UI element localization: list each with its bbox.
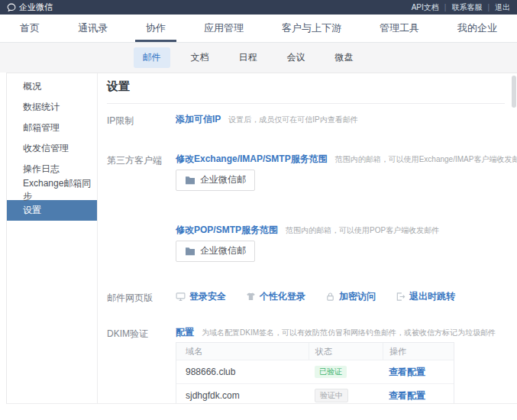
section-label: 第三方客户端 — [107, 153, 176, 262]
tab-drive[interactable]: 微盘 — [326, 47, 363, 68]
dkim-desc: 为域名配置DKIM签名，可以有效防范仿冒和网络钓鱼邮件，或被收信方标记为垃圾邮件 — [202, 328, 496, 338]
dkim-config-link[interactable]: 配置 — [176, 326, 194, 339]
sidebar-item-settings[interactable]: 设置 — [7, 200, 97, 221]
lock-icon — [325, 292, 335, 302]
logout-redirect-link[interactable]: 退出时跳转 — [396, 290, 455, 303]
contact-support-link[interactable]: 联系客服 — [451, 2, 482, 13]
status-badge: 已验证 — [315, 366, 347, 378]
section-third-party-clients: 第三方客户端 修改Exchange/IMAP/SMTP服务范围 范围内的邮箱，可… — [107, 153, 506, 262]
sidebar: 概况 数据统计 邮箱管理 收发信管理 操作日志 Exchange邮箱同步 设置 — [7, 73, 98, 403]
nav-label: 我的企业 — [457, 21, 497, 35]
separator: | — [487, 3, 490, 11]
section-label: DKIM验证 — [107, 326, 176, 403]
monitor-icon — [176, 292, 186, 302]
view-config-link[interactable]: 查看配置 — [389, 367, 425, 377]
topbar-links: API文档 | 联系客服 | 退出 — [412, 2, 510, 13]
nav-label: 客户与上下游 — [282, 21, 341, 35]
header-status: 状态 — [309, 343, 383, 360]
divider — [107, 103, 505, 104]
primary-nav: 首页 通讯录 协作 应用管理 客户与上下游 管理工具 我的企业 — [0, 15, 517, 43]
view-config-link[interactable]: 查看配置 — [389, 390, 425, 401]
sidebar-item-mailbox-management[interactable]: 邮箱管理 — [7, 118, 97, 138]
nav-label: 首页 — [20, 21, 40, 35]
status-badge: 验证中 — [315, 389, 348, 402]
link-label: 退出时跳转 — [409, 290, 455, 303]
nav-item-contacts[interactable]: 通讯录 — [76, 15, 109, 42]
header-action: 操作 — [383, 343, 454, 360]
exchange-scope-tag: 企业微信邮 — [176, 170, 255, 191]
dkim-table-header: 域名 状态 操作 — [176, 343, 454, 360]
personalized-login-link[interactable]: 个性化登录 — [246, 290, 305, 303]
table-row: 988666.club 已验证 查看配置 — [176, 360, 454, 383]
section-label: 邮件网页版 — [107, 290, 176, 305]
section-ip-restriction: IP限制 添加可信IP 设置后，成员仅可在可信IP内查看邮件 — [107, 113, 506, 128]
page-title: 设置 — [107, 79, 506, 94]
table-row: sjdhgfdk.com 验证中 查看配置 — [176, 383, 454, 403]
topbar: 企业微信 API文档 | 联系客服 | 退出 — [0, 0, 517, 15]
logout-link[interactable]: 退出 — [495, 2, 510, 13]
add-trusted-ip-link[interactable]: 添加可信IP — [176, 113, 221, 126]
link-label: 个性化登录 — [260, 290, 305, 303]
ip-restriction-desc: 设置后，成员仅可在可信IP内查看邮件 — [228, 115, 357, 125]
main-panel: 概况 数据统计 邮箱管理 收发信管理 操作日志 Exchange邮箱同步 设置 … — [6, 73, 517, 404]
sidebar-item-statistics[interactable]: 数据统计 — [7, 97, 97, 118]
tab-meeting[interactable]: 会议 — [278, 47, 315, 68]
nav-label: 通讯录 — [78, 21, 108, 35]
nav-label: 应用管理 — [204, 21, 244, 35]
sidebar-item-send-receive-management[interactable]: 收发信管理 — [7, 138, 97, 159]
chat-bubble-icon — [7, 3, 16, 12]
sidebar-item-overview[interactable]: 概况 — [7, 76, 97, 97]
sub-tabs: 邮件 文档 日程 会议 微盘 — [134, 47, 363, 68]
status-cell: 已验证 — [309, 366, 383, 378]
exit-icon — [396, 292, 406, 302]
exchange-scope-desc: 范围内的邮箱，可以使用Exchange/IMAP客户端收发邮件 — [335, 154, 517, 165]
nav-item-management-tools[interactable]: 管理工具 — [378, 15, 421, 42]
tshirt-icon — [246, 292, 256, 302]
nav-item-apps[interactable]: 应用管理 — [202, 15, 245, 42]
tag-label: 企业微信邮 — [200, 173, 246, 186]
modify-exchange-imap-smtp-link[interactable]: 修改Exchange/IMAP/SMTP服务范围 — [176, 153, 328, 166]
nav-label: 协作 — [146, 21, 166, 35]
pop-scope-tag: 企业微信邮 — [176, 241, 255, 262]
sidebar-item-exchange-sync[interactable]: Exchange邮箱同步 — [7, 179, 97, 200]
action-cell: 查看配置 — [383, 389, 454, 402]
action-cell: 查看配置 — [383, 366, 454, 379]
nav-item-home[interactable]: 首页 — [18, 15, 41, 42]
section-webmail: 邮件网页版 登录安全 个性化登录 — [107, 290, 506, 305]
status-cell: 验证中 — [309, 389, 383, 402]
nav-item-my-company[interactable]: 我的企业 — [456, 15, 499, 42]
separator: | — [444, 3, 447, 11]
modify-pop-smtp-link[interactable]: 修改POP/SMTP服务范围 — [176, 224, 278, 237]
nav-item-collaboration[interactable]: 协作 — [144, 15, 167, 42]
settings-content: 设置 IP限制 添加可信IP 设置后，成员仅可在可信IP内查看邮件 第三方客户端… — [98, 73, 517, 403]
domain-cell: 988666.club — [176, 367, 309, 377]
header-domain: 域名 — [176, 343, 309, 360]
dkim-table: 域名 状态 操作 988666.club 已验证 查看配置 — [176, 342, 454, 403]
app-logo: 企业微信 — [7, 2, 53, 13]
folder-icon — [185, 247, 195, 256]
folder-icon — [185, 176, 195, 185]
scrollbar-thumb[interactable] — [512, 76, 516, 108]
login-security-link[interactable]: 登录安全 — [176, 290, 226, 303]
api-docs-link[interactable]: API文档 — [412, 2, 439, 13]
nav-item-customers[interactable]: 客户与上下游 — [280, 15, 343, 42]
link-label: 加密访问 — [339, 290, 376, 303]
tag-label: 企业微信邮 — [200, 244, 246, 257]
domain-cell: sjdhgfdk.com — [176, 390, 309, 401]
sub-tabstrip: 邮件 文档 日程 会议 微盘 — [0, 43, 517, 73]
link-label: 登录安全 — [189, 290, 226, 303]
tab-docs[interactable]: 文档 — [182, 47, 218, 68]
section-label: IP限制 — [107, 113, 176, 128]
section-dkim: DKIM验证 配置 为域名配置DKIM签名，可以有效防范仿冒和网络钓鱼邮件，或被… — [107, 326, 506, 403]
logo-text: 企业微信 — [19, 2, 53, 13]
nav-label: 管理工具 — [380, 21, 419, 35]
tab-schedule[interactable]: 日程 — [230, 47, 267, 68]
encrypted-access-link[interactable]: 加密访问 — [325, 290, 376, 303]
pop-scope-desc: 范围内的邮箱，可以使用POP客户端收发邮件 — [286, 225, 439, 236]
tab-mail[interactable]: 邮件 — [134, 47, 170, 68]
